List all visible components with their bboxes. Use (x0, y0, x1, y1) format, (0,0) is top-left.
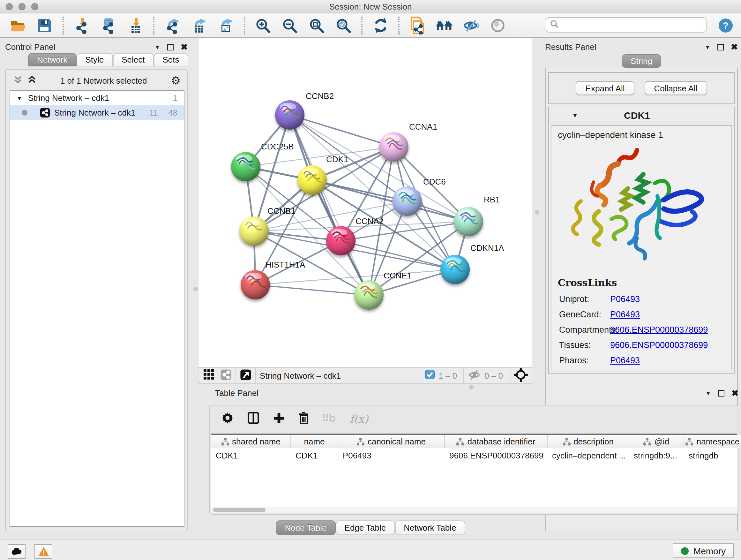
results-panel-close-icon[interactable]: ✖ (731, 42, 738, 52)
save-icon[interactable] (36, 16, 54, 34)
right-splitter-handle[interactable] (535, 210, 539, 214)
share-file-icon[interactable] (408, 16, 426, 34)
table-row[interactable]: CDK1CDK1P064939606.ENSP00000378699cyclin… (211, 448, 737, 462)
zoom-in-icon[interactable] (254, 16, 272, 34)
collapse-all-icon[interactable] (13, 75, 22, 85)
edge-CDC6-CCNB1[interactable] (254, 201, 407, 231)
network-canvas[interactable]: CCNB2CCNA1CDC25BCDK1CDC6RB1CCNB1CCNA2CDK… (198, 38, 532, 367)
results-panel-menu-icon[interactable]: ▼ (704, 44, 711, 50)
crosslink-link[interactable]: 9606.ENSP00000378699 (610, 340, 708, 350)
export-network-icon[interactable] (163, 16, 181, 34)
split-columns-icon[interactable] (248, 412, 259, 426)
collapse-all-button[interactable]: Collapse All (645, 81, 707, 95)
selected-checkbox-icon[interactable] (425, 370, 434, 381)
results-panel-tabs: String (545, 54, 738, 68)
tab-node-table[interactable]: Node Table (276, 520, 335, 535)
node-label-CDK1: CDK1 (326, 154, 348, 164)
zoom-fit-icon[interactable] (308, 16, 326, 34)
table-body: CDK1CDK1P064939606.ENSP00000378699cyclin… (211, 448, 737, 462)
left-splitter-handle[interactable] (193, 287, 198, 291)
tab-network[interactable]: Network (28, 53, 76, 66)
node-CCNA1[interactable]: CCNA1 (379, 122, 437, 162)
add-icon[interactable] (273, 412, 285, 426)
search-input[interactable] (558, 19, 706, 30)
column-header--id[interactable]: @id (629, 435, 684, 448)
node-CDKN1A[interactable]: CDKN1A (441, 243, 504, 284)
crosslink-row: Uniprot:P06493 (551, 294, 731, 304)
table-horizontal-scrollbar[interactable] (211, 507, 737, 513)
export-image-icon[interactable] (217, 16, 235, 34)
expand-all-button[interactable]: Expand All (576, 81, 634, 95)
table-toolbar: f(x) (210, 406, 738, 432)
collection-expander-icon[interactable]: ▼ (17, 95, 22, 101)
column-header-shared-name[interactable]: shared name (211, 435, 291, 448)
expand-all-icon[interactable] (27, 75, 37, 85)
column-header-name[interactable]: name (291, 435, 338, 448)
node-label-CDC6: CDC6 (423, 177, 446, 186)
open-external-icon[interactable] (240, 369, 252, 382)
tab-sets[interactable]: Sets (153, 53, 188, 66)
tab-select[interactable]: Select (113, 53, 153, 66)
node-HIST1H1A[interactable]: HIST1H1A (241, 260, 306, 300)
bottom-splitter-handle[interactable] (469, 385, 474, 389)
import-network-icon[interactable] (73, 16, 91, 34)
table-panel-menu-icon[interactable]: ▼ (705, 390, 711, 396)
control-panel-close-icon[interactable]: ✖ (181, 42, 188, 52)
node-label-CCNE1: CCNE1 (384, 271, 412, 280)
crosslink-link[interactable]: P06493 (610, 310, 640, 319)
crosslink-link[interactable]: P06493 (610, 356, 640, 365)
section-expander-icon[interactable]: ▼ (572, 111, 578, 118)
string-badge-icon[interactable] (220, 369, 232, 382)
node-table[interactable]: shared namenamecanonical namedatabase id… (211, 434, 737, 509)
tab-style[interactable]: Style (76, 53, 113, 66)
crosslink-label: Uniprot: (551, 294, 610, 304)
collection-count: 1 (173, 93, 178, 103)
gear-icon[interactable]: ⚙ (171, 74, 181, 87)
tab-string[interactable]: String (622, 54, 661, 68)
results-panel-float-icon[interactable] (718, 44, 724, 50)
edge-CDKN1A-HIST1H1A[interactable] (255, 269, 455, 285)
cloud-button[interactable] (8, 544, 25, 559)
gray-eye-icon[interactable] (489, 16, 507, 34)
warning-button[interactable] (35, 544, 52, 559)
hidden-count: 0 – 0 (484, 371, 503, 380)
node-RB1[interactable]: RB1 (454, 195, 500, 236)
open-folder-icon[interactable] (9, 16, 27, 34)
table-panel: f(x) shared namenamecanonical namedataba… (209, 405, 738, 515)
hide-eye-icon[interactable] (462, 16, 480, 34)
help-button[interactable]: ? (718, 18, 733, 33)
import-database-icon[interactable] (99, 16, 118, 34)
import-table-icon[interactable] (126, 16, 144, 34)
column-header-description[interactable]: description (548, 435, 629, 448)
export-table-icon[interactable] (190, 16, 208, 34)
tab-network-table[interactable]: Network Table (395, 520, 465, 535)
zoom-out-icon[interactable] (281, 16, 299, 34)
network-graph[interactable]: CCNB2CCNA1CDC25BCDK1CDC6RB1CCNB1CCNA2CDK… (199, 38, 533, 367)
fit-selected-crosshair-icon[interactable] (514, 368, 528, 383)
gear-icon[interactable] (221, 412, 233, 426)
trash-icon[interactable] (299, 412, 309, 426)
control-panel-float-icon[interactable] (167, 44, 174, 50)
network-row[interactable]: String Network – cdk1 11 48 (10, 105, 184, 120)
column-header-database-identifier[interactable]: database identifier (445, 435, 548, 448)
status-bar: Memory (0, 540, 741, 560)
network-collection-row[interactable]: ▼ String Network – cdk1 1 (10, 91, 184, 105)
edge-CCNB2-CCNA1[interactable] (290, 115, 394, 147)
column-header-namespace[interactable]: namespace (684, 435, 741, 448)
memory-button[interactable]: Memory (673, 543, 734, 558)
refresh-icon[interactable] (372, 16, 389, 34)
houses-icon[interactable] (435, 16, 453, 34)
birds-eye-view-icon[interactable] (204, 369, 214, 382)
svg-text:?: ? (723, 20, 729, 30)
column-header-canonical-name[interactable]: canonical name (338, 435, 445, 448)
table-panel-float-icon[interactable] (718, 390, 724, 396)
tab-edge-table[interactable]: Edge Table (336, 520, 395, 535)
crosslink-link[interactable]: P06493 (610, 294, 640, 304)
control-panel-menu-icon[interactable]: ▼ (154, 44, 160, 50)
search-field[interactable] (546, 17, 706, 33)
table-panel-close-icon[interactable]: ✖ (731, 388, 738, 398)
scrollbar-thumb[interactable] (213, 508, 266, 512)
zoom-selected-icon[interactable] (334, 16, 352, 34)
node-CDC6[interactable]: CDC6 (393, 177, 446, 216)
crosslink-link[interactable]: 9606.ENSP00000378699 (610, 325, 708, 334)
